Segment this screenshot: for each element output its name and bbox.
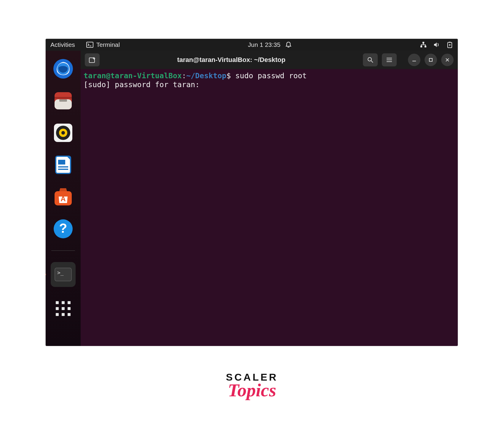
- svg-point-17: [61, 131, 65, 135]
- output-line: [sudo] password for taran:: [84, 80, 200, 89]
- svg-text:?: ?: [59, 221, 67, 235]
- bell-icon[interactable]: [285, 41, 292, 48]
- new-tab-button[interactable]: [85, 53, 100, 66]
- dock-separator: [51, 250, 75, 251]
- app-name: Terminal: [96, 41, 120, 48]
- svg-rect-12: [55, 97, 72, 99]
- system-tray[interactable]: [420, 41, 453, 48]
- clock[interactable]: Jun 1 23:35: [248, 41, 280, 48]
- dock-show-apps[interactable]: [53, 298, 74, 319]
- dock-software[interactable]: A: [53, 186, 74, 207]
- activities-button[interactable]: Activities: [50, 41, 75, 48]
- maximize-button[interactable]: [425, 54, 437, 66]
- svg-rect-3: [422, 42, 424, 44]
- prompt-path: ~/Desktop: [186, 71, 226, 80]
- svg-rect-19: [58, 160, 65, 165]
- svg-rect-18: [56, 156, 71, 173]
- dock-files[interactable]: [53, 90, 74, 111]
- svg-rect-0: [87, 42, 93, 47]
- ubuntu-screenshot: Activities Terminal Jun 1 23:35: [45, 39, 458, 346]
- terminal-app-icon: [86, 41, 93, 48]
- dock-libreoffice-writer[interactable]: [53, 154, 74, 175]
- apps-grid-icon: [56, 301, 71, 316]
- svg-rect-37: [429, 58, 432, 61]
- prompt-sep: :: [182, 71, 186, 80]
- terminal-window: taran@taran-VirtualBox: ~/Desktop: [81, 51, 458, 346]
- dock-rhythmbox[interactable]: [53, 122, 74, 143]
- svg-rect-13: [59, 99, 67, 102]
- dock-thunderbird[interactable]: [53, 58, 74, 79]
- maximize-icon: [428, 58, 433, 62]
- network-icon: [420, 41, 427, 48]
- svg-rect-5: [425, 46, 426, 47]
- svg-line-32: [371, 61, 373, 63]
- ubuntu-dock: A ? >_: [46, 51, 81, 346]
- gnome-top-bar: Activities Terminal Jun 1 23:35: [46, 39, 458, 51]
- terminal-headerbar: taran@taran-VirtualBox: ~/Desktop: [81, 51, 458, 69]
- svg-rect-4: [420, 46, 422, 47]
- terminal-body[interactable]: taran@taran-VirtualBox:~/Desktop$ sudo p…: [81, 69, 458, 346]
- search-button[interactable]: [363, 53, 378, 66]
- new-tab-icon: [89, 57, 96, 63]
- close-button[interactable]: [441, 54, 454, 66]
- hamburger-icon: [386, 57, 393, 63]
- dock-help[interactable]: ?: [53, 218, 74, 239]
- minimize-icon: [412, 58, 417, 62]
- close-icon: [445, 58, 450, 62]
- terminal-title: taran@taran-VirtualBox: ~/Desktop: [104, 56, 359, 64]
- battery-icon: [446, 41, 453, 48]
- prompt-user: taran@taran-VirtualBox: [84, 71, 182, 80]
- svg-text:A: A: [60, 195, 66, 203]
- prompt-end: $: [227, 71, 235, 80]
- scaler-topics-logo: SCALER Topics: [226, 372, 278, 399]
- command-text: sudo passwd root: [235, 71, 307, 80]
- svg-point-31: [368, 58, 371, 61]
- search-icon: [367, 57, 374, 63]
- minimize-button[interactable]: [408, 54, 420, 66]
- menu-button[interactable]: [382, 53, 397, 66]
- app-indicator[interactable]: Terminal: [86, 41, 120, 48]
- svg-rect-7: [449, 42, 451, 43]
- svg-text:>_: >_: [57, 269, 64, 276]
- dock-terminal[interactable]: >_: [51, 262, 76, 287]
- volume-icon: [433, 41, 440, 48]
- brand-line2: Topics: [226, 381, 278, 399]
